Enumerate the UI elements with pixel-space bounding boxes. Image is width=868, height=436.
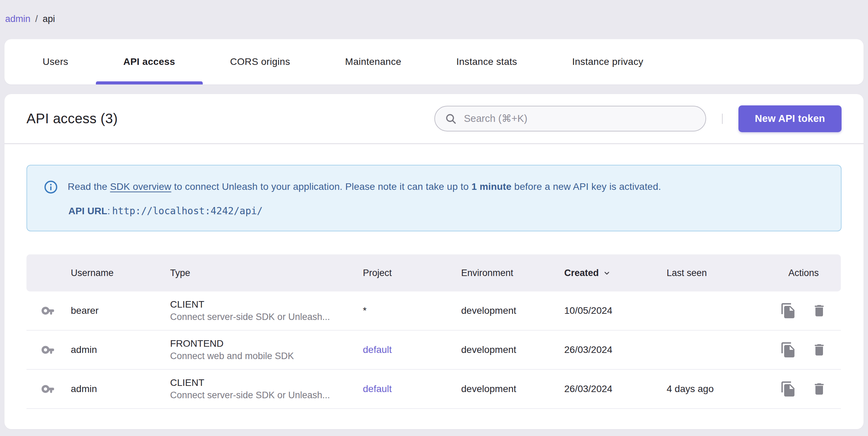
- copy-icon: [780, 302, 797, 319]
- search-icon: [445, 113, 457, 125]
- breadcrumb: admin / api: [5, 14, 55, 24]
- column-header-environment: Environment: [461, 268, 564, 278]
- tab-label: API access: [123, 56, 175, 67]
- project-cell: default: [363, 344, 461, 355]
- column-header-type: Type: [170, 268, 363, 278]
- sdk-overview-link[interactable]: SDK overview: [110, 181, 171, 192]
- actions-cell: [766, 302, 841, 319]
- api-url-separator: :: [107, 206, 110, 217]
- table-row[interactable]: bearer CLIENT Connect server-side SDK or…: [26, 291, 841, 331]
- info-banner: Read the SDK overview to connect Unleash…: [26, 165, 842, 231]
- project-cell: *: [363, 305, 461, 316]
- last-seen-cell: 4 days ago: [667, 383, 766, 394]
- banner-bold-text: 1 minute: [471, 181, 512, 192]
- environment-cell: development: [461, 344, 564, 355]
- search-input[interactable]: [464, 113, 696, 124]
- tabs-card: UsersAPI accessCORS originsMaintenanceIn…: [4, 39, 864, 84]
- api-access-card: API access (3) New API token: [4, 94, 864, 429]
- trash-icon: [812, 342, 827, 357]
- tab-instance-stats[interactable]: Instance stats: [429, 39, 545, 84]
- copy-token-button[interactable]: [780, 381, 797, 397]
- banner-message-row: Read the SDK overview to connect Unleash…: [44, 179, 827, 194]
- tab-instance-privacy[interactable]: Instance privacy: [545, 39, 671, 84]
- token-type-description: Connect web and mobile SDK: [170, 350, 363, 362]
- tab-label: Maintenance: [345, 56, 401, 67]
- created-cell: 10/05/2024: [564, 305, 667, 316]
- project-cell: default: [363, 383, 461, 394]
- column-header-last-seen: Last seen: [667, 268, 766, 278]
- table-row[interactable]: admin CLIENT Connect server-side SDK or …: [26, 370, 841, 409]
- token-icon-cell: [26, 342, 71, 358]
- username-cell: admin: [71, 344, 170, 355]
- tab-cors-origins[interactable]: CORS origins: [203, 39, 318, 84]
- banner-text-suffix: before a new API key is activated.: [512, 181, 661, 192]
- copy-icon: [780, 381, 797, 397]
- api-url-value: http://localhost:4242/api/: [112, 205, 263, 217]
- type-cell: CLIENT Connect server-side SDK or Unleas…: [170, 298, 363, 323]
- header-divider: [722, 114, 723, 124]
- banner-text: Read the SDK overview to connect Unleash…: [68, 179, 661, 194]
- new-api-token-button[interactable]: New API token: [738, 105, 842, 132]
- environment-cell: development: [461, 383, 564, 394]
- token-type-description: Connect server-side SDK or Unleash...: [170, 389, 363, 401]
- breadcrumb-separator: /: [35, 14, 38, 24]
- username-cell: bearer: [71, 305, 170, 316]
- copy-token-button[interactable]: [780, 342, 797, 358]
- token-type-description: Connect server-side SDK or Unleash...: [170, 311, 363, 323]
- delete-token-button[interactable]: [811, 342, 827, 358]
- token-type: FRONTEND: [170, 337, 363, 350]
- api-url-row: API URL: http://localhost:4242/api/: [68, 205, 827, 217]
- table-row[interactable]: admin FRONTEND Connect web and mobile SD…: [26, 331, 841, 370]
- username-cell: admin: [71, 383, 170, 394]
- table-header-row: Username Type Project Environment Create…: [26, 254, 841, 291]
- banner-text-middle: to connect Unleash to your application. …: [171, 181, 471, 192]
- api-tokens-table: Username Type Project Environment Create…: [26, 254, 841, 409]
- created-cell: 26/03/2024: [564, 383, 667, 394]
- tab-users[interactable]: Users: [15, 39, 96, 84]
- tab-list: UsersAPI accessCORS originsMaintenanceIn…: [4, 39, 864, 84]
- table-body: bearer CLIENT Connect server-side SDK or…: [26, 291, 841, 409]
- created-cell: 26/03/2024: [564, 344, 667, 355]
- column-header-actions: Actions: [766, 268, 841, 278]
- created-header-label: Created: [564, 268, 599, 278]
- tab-maintenance[interactable]: Maintenance: [318, 39, 429, 84]
- column-header-created[interactable]: Created: [564, 268, 667, 278]
- token-icon-cell: [26, 381, 71, 397]
- tab-api-access[interactable]: API access: [96, 39, 203, 84]
- copy-icon: [780, 342, 797, 358]
- actions-cell: [766, 381, 841, 397]
- type-cell: CLIENT Connect server-side SDK or Unleas…: [170, 377, 363, 401]
- key-icon: [41, 342, 57, 358]
- trash-icon: [812, 303, 827, 318]
- key-icon: [41, 303, 57, 319]
- admin-api-access-page: admin / api UsersAPI accessCORS originsM…: [0, 0, 868, 436]
- actions-cell: [766, 342, 841, 358]
- card-content: Read the SDK overview to connect Unleash…: [4, 165, 864, 409]
- sort-chevron-down-icon: [602, 268, 611, 277]
- banner-text-prefix: Read the: [68, 181, 110, 192]
- tab-label: Users: [43, 56, 68, 67]
- info-icon: [44, 180, 58, 194]
- search-box[interactable]: [434, 106, 706, 131]
- copy-token-button[interactable]: [780, 302, 797, 319]
- breadcrumb-admin-link[interactable]: admin: [5, 14, 31, 24]
- token-type: CLIENT: [170, 298, 363, 311]
- card-header: API access (3) New API token: [4, 94, 864, 144]
- tab-label: Instance privacy: [572, 56, 643, 67]
- environment-cell: development: [461, 305, 564, 316]
- type-cell: FRONTEND Connect web and mobile SDK: [170, 337, 363, 362]
- token-icon-cell: [26, 303, 71, 319]
- breadcrumb-current: api: [43, 14, 55, 24]
- page-title: API access (3): [26, 111, 118, 126]
- key-icon: [41, 381, 57, 397]
- token-type: CLIENT: [170, 377, 363, 389]
- delete-token-button[interactable]: [811, 302, 827, 319]
- tab-label: CORS origins: [230, 56, 290, 67]
- column-header-username: Username: [71, 268, 170, 278]
- column-header-project: Project: [363, 268, 461, 278]
- delete-token-button[interactable]: [811, 381, 827, 397]
- api-url-label: API URL: [68, 206, 107, 217]
- tab-label: Instance stats: [456, 56, 517, 67]
- trash-icon: [812, 381, 827, 397]
